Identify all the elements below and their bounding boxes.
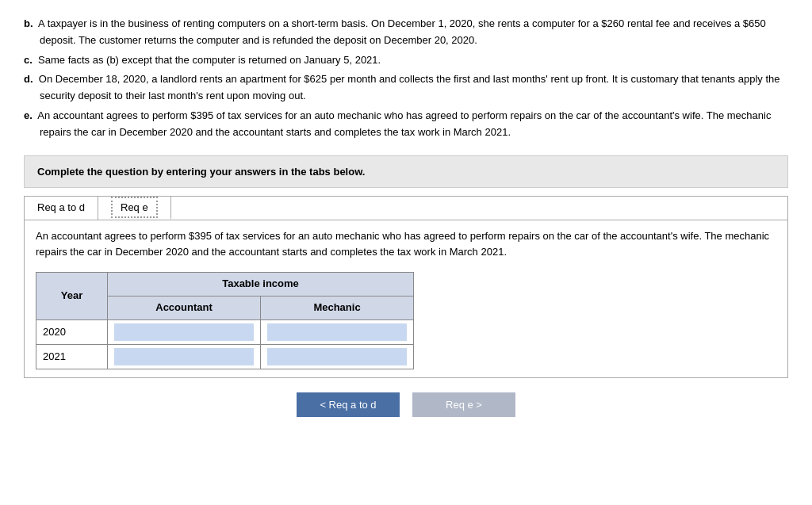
item-d: d. On December 18, 2020, a landlord rent… xyxy=(24,71,788,105)
tab-req-e[interactable]: Req e xyxy=(98,197,171,220)
accountant-2020-input[interactable] xyxy=(114,323,254,341)
item-c: c. Same facts as (b) except that the com… xyxy=(24,52,788,69)
accountant-column-header: Accountant xyxy=(108,296,261,319)
accountant-2021-cell[interactable] xyxy=(108,345,261,369)
tab-description: An accountant agrees to perform $395 of … xyxy=(36,228,776,262)
year-2021: 2021 xyxy=(36,345,108,369)
tab-req-a-to-d[interactable]: Req a to d xyxy=(25,197,98,220)
mechanic-2021-cell[interactable] xyxy=(261,345,414,369)
table-row: 2020 xyxy=(36,319,414,344)
taxable-income-table: Year Taxable income Accountant Mecha xyxy=(36,272,414,369)
instruction-text: Complete the question by entering your a… xyxy=(37,166,365,178)
main-content: b. A taxpayer is in the business of rent… xyxy=(24,16,788,417)
problem-text: b. A taxpayer is in the business of rent… xyxy=(24,16,788,141)
next-button[interactable]: Req e > xyxy=(412,392,515,417)
navigation-buttons: < Req a to d Req e > xyxy=(24,392,788,417)
instruction-box: Complete the question by entering your a… xyxy=(24,155,788,188)
item-b: b. A taxpayer is in the business of rent… xyxy=(24,16,788,49)
item-e: e. An accountant agrees to perform $395 … xyxy=(24,108,788,141)
year-column-header: Year xyxy=(36,273,108,320)
accountant-2021-input[interactable] xyxy=(114,348,254,365)
mechanic-2020-cell[interactable] xyxy=(261,319,414,344)
table-row: 2021 xyxy=(36,345,414,369)
tab-content-req-e: An accountant agrees to perform $395 of … xyxy=(25,220,787,378)
taxable-income-header: Taxable income xyxy=(108,273,414,296)
mechanic-2020-input[interactable] xyxy=(267,323,407,341)
tabs-row: Req a to d Req e xyxy=(25,197,787,220)
tab-req-e-label: Req e xyxy=(111,197,158,218)
accountant-2020-cell[interactable] xyxy=(108,319,261,344)
mechanic-2021-input[interactable] xyxy=(267,348,407,365)
mechanic-column-header: Mechanic xyxy=(261,296,414,319)
year-2020: 2020 xyxy=(36,319,108,344)
prev-button[interactable]: < Req a to d xyxy=(297,392,400,417)
tabs-container: Req a to d Req e An accountant agrees to… xyxy=(24,196,788,379)
taxable-income-table-wrapper: Year Taxable income Accountant Mecha xyxy=(36,272,776,369)
